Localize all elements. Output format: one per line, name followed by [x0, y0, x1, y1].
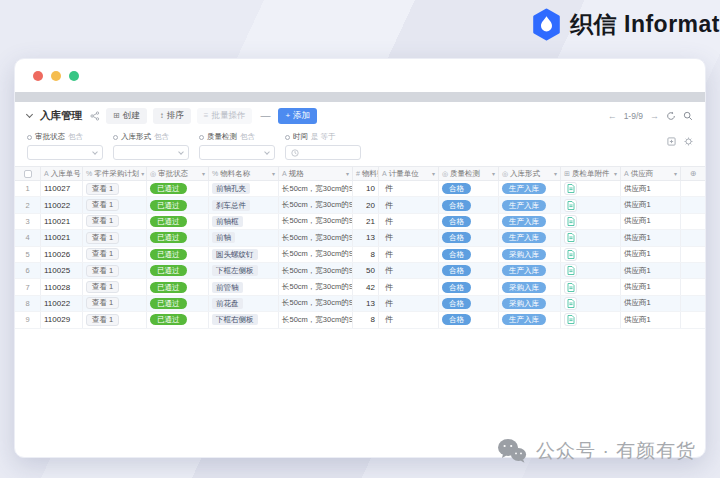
- material-name-chip[interactable]: 下框右侧板: [212, 314, 258, 325]
- material-name-cell: 前轴: [209, 230, 279, 245]
- filter-group: 质量检测 包含: [199, 132, 275, 160]
- table-row[interactable]: 6 110025 查看 1 已通过 下框左侧板 长50cm，宽30cm的SY1 …: [15, 263, 705, 279]
- material-name-chip[interactable]: 前管轴: [212, 282, 243, 293]
- view-plan-button[interactable]: 查看 1: [86, 265, 119, 277]
- unit-cell: 件: [379, 279, 439, 294]
- material-name-chip[interactable]: 刹车总件: [212, 200, 250, 211]
- filter-operator: 包含: [240, 132, 255, 142]
- search-icon[interactable]: [683, 111, 693, 121]
- expand-icon[interactable]: [667, 137, 676, 146]
- column-menu-caret-icon[interactable]: ▾: [272, 170, 275, 177]
- material-name-chip[interactable]: 前轴孔夹: [212, 183, 250, 194]
- attachment-file-icon[interactable]: [564, 264, 577, 277]
- create-button[interactable]: ⊞ 创建: [106, 108, 147, 124]
- view-plan-button[interactable]: 查看 1: [86, 248, 119, 260]
- row-number-cell: 7: [15, 279, 41, 294]
- material-name-chip[interactable]: 前轴: [212, 232, 235, 243]
- material-name-chip[interactable]: 前轴框: [212, 216, 243, 227]
- column-header[interactable]: ◎ 质量检测 ▾: [439, 167, 499, 180]
- batch-actions-button[interactable]: ≡ 批量操作: [197, 108, 253, 124]
- column-menu-caret-icon[interactable]: ▾: [202, 170, 205, 177]
- column-menu-caret-icon[interactable]: ▾: [492, 170, 495, 177]
- minimize-window-button[interactable]: [51, 71, 61, 81]
- add-column-icon[interactable]: ⊕: [690, 169, 697, 178]
- prev-page-arrow[interactable]: ←: [608, 111, 617, 121]
- attachment-file-icon[interactable]: [564, 231, 577, 244]
- filter-value-input[interactable]: [285, 145, 361, 160]
- chevron-down-icon[interactable]: [26, 110, 33, 117]
- filter-value-input[interactable]: [27, 145, 103, 160]
- view-plan-button[interactable]: 查看 1: [86, 183, 119, 195]
- entry-form-cell: 采购入库: [499, 296, 561, 311]
- clock-icon: [291, 149, 299, 157]
- next-page-arrow[interactable]: →: [650, 111, 659, 121]
- material-name-chip[interactable]: 下框左侧板: [212, 265, 258, 276]
- gear-icon[interactable]: [684, 137, 693, 146]
- attachment-file-icon[interactable]: [564, 281, 577, 294]
- column-menu-caret-icon[interactable]: ▾: [346, 170, 349, 177]
- table-row[interactable]: 2 110022 查看 1 已通过 刹车总件 长50cm，宽30cm的SY1 2…: [15, 197, 705, 213]
- unit-value: 件: [385, 216, 393, 227]
- attachment-file-icon[interactable]: [564, 199, 577, 212]
- table-row[interactable]: 8 110022 查看 1 已通过 前花盘 长50cm，宽30cm的SY1 13…: [15, 296, 705, 312]
- document-icon: [567, 266, 575, 275]
- refresh-icon[interactable]: [666, 111, 676, 121]
- column-header[interactable]: A 规格 ▾: [279, 167, 353, 180]
- column-header[interactable]: A 供应商 ▾: [621, 167, 681, 180]
- entry-form-badge: 生产入库: [502, 200, 546, 211]
- table-row[interactable]: 7 110028 查看 1 已通过 前管轴 长50cm，宽30cm的SY1 42…: [15, 279, 705, 295]
- maximize-window-button[interactable]: [69, 71, 79, 81]
- select-all-checkbox[interactable]: [24, 170, 32, 178]
- sort-button[interactable]: ↕ 排序: [153, 108, 191, 124]
- quality-check-badge: 合格: [442, 265, 471, 276]
- column-header[interactable]: # 物料数量 ▾: [353, 167, 379, 180]
- view-plan-button[interactable]: 查看 1: [86, 297, 119, 309]
- filter-value-input[interactable]: [199, 145, 275, 160]
- column-menu-caret-icon[interactable]: ▾: [141, 170, 144, 177]
- table-row[interactable]: 3 110021 查看 1 已通过 前轴框 长50cm，宽30cm的SY1 21…: [15, 214, 705, 230]
- table-row[interactable]: 1 110027 查看 1 已通过 前轴孔夹 长50cm，宽30cm的SY1 1…: [15, 181, 705, 197]
- attachment-file-icon[interactable]: [564, 215, 577, 228]
- view-plan-button[interactable]: 查看 1: [86, 281, 119, 293]
- entry-order-number: 110028: [44, 283, 70, 292]
- column-header[interactable]: A 计量单位 ▾: [379, 167, 439, 180]
- column-header-label: 计量单位: [389, 169, 419, 179]
- view-plan-button[interactable]: 查看 1: [86, 215, 119, 227]
- create-button-label: 创建: [123, 110, 140, 122]
- column-header[interactable]: ◎ 审批状态 ▾: [147, 167, 209, 180]
- spec-cell: 长50cm，宽30cm的SY1: [279, 279, 353, 294]
- quantity-value: 10: [366, 184, 375, 193]
- view-plan-button[interactable]: 查看 1: [86, 232, 119, 244]
- add-column-cell[interactable]: ⊕: [681, 167, 705, 180]
- close-window-button[interactable]: [33, 71, 43, 81]
- table-row[interactable]: 4 110021 查看 1 已通过 前轴 长50cm，宽30cm的SY1 13 …: [15, 230, 705, 246]
- column-header[interactable]: A 入库单号 ▾: [41, 167, 83, 180]
- attachment-file-icon[interactable]: [564, 182, 577, 195]
- approval-status-badge: 已通过: [150, 282, 187, 293]
- view-plan-button[interactable]: 查看 1: [86, 199, 119, 211]
- supplier-name: 供应商1: [624, 266, 651, 276]
- column-menu-caret-icon[interactable]: ▾: [674, 170, 677, 177]
- share-icon[interactable]: [90, 111, 100, 121]
- material-name-chip[interactable]: 前花盘: [212, 298, 243, 309]
- filter-value-input[interactable]: [113, 145, 189, 160]
- view-plan-button[interactable]: 查看 1: [86, 314, 119, 326]
- column-header[interactable]: ⊞ 质检单附件 ▾: [561, 167, 621, 180]
- add-button[interactable]: + 添加: [278, 108, 317, 124]
- supplier-cell: 供应商1: [621, 279, 681, 294]
- table-row[interactable]: 9 110029 查看 1 已通过 下框右侧板 长50cm，宽30cm的SY1 …: [15, 312, 705, 328]
- attachment-file-icon[interactable]: [564, 313, 577, 326]
- spec-text: 长50cm，宽30cm的SY1: [282, 282, 353, 292]
- column-header[interactable]: ◎ 入库形式 ▾: [499, 167, 561, 180]
- entry-form-cell: 生产入库: [499, 214, 561, 229]
- attachment-file-icon[interactable]: [564, 297, 577, 310]
- material-name-chip[interactable]: 圆头螺纹钉: [212, 249, 258, 260]
- table-row[interactable]: 5 110026 查看 1 已通过 圆头螺纹钉 长50cm，宽30cm的SY1 …: [15, 247, 705, 263]
- column-menu-caret-icon[interactable]: ▾: [554, 170, 557, 177]
- column-header[interactable]: % 零件采购计划 ▾: [83, 167, 147, 180]
- attachment-file-icon[interactable]: [564, 248, 577, 261]
- column-header[interactable]: % 物料名称 ▾: [209, 167, 279, 180]
- column-menu-caret-icon[interactable]: ▾: [614, 170, 617, 177]
- column-menu-caret-icon[interactable]: ▾: [432, 170, 435, 177]
- page-background: 织信 Informat 入库管理 ⊞ 创建 ↕ 排: [0, 0, 720, 478]
